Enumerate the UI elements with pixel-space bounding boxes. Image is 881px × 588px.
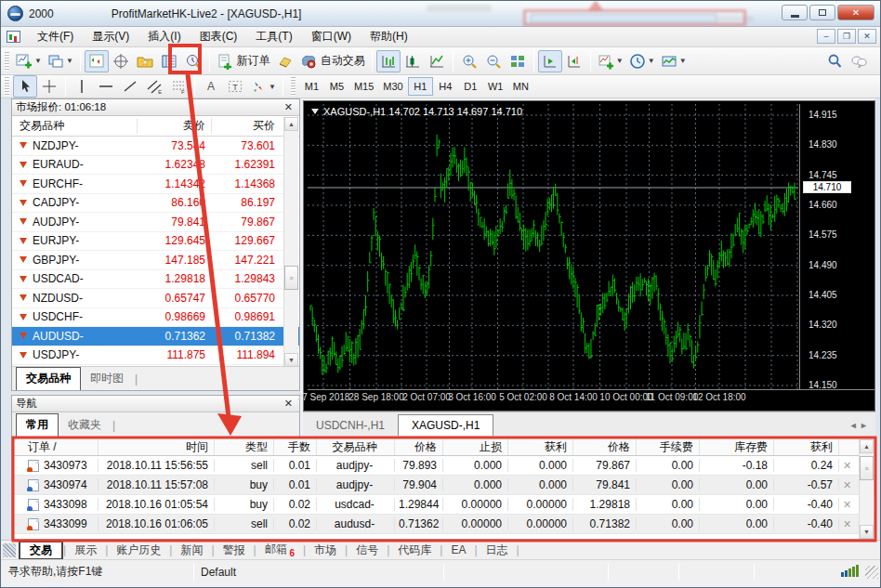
periods-button[interactable]: ▼: [626, 50, 658, 72]
terminal-tab-警报[interactable]: 警报: [215, 542, 254, 559]
menu-item-文件(F)[interactable]: 文件(F): [28, 26, 83, 47]
new-order-button[interactable]: 新订单: [214, 50, 273, 72]
resize-grip[interactable]: [865, 566, 878, 579]
column-ask[interactable]: 买价: [211, 118, 281, 134]
text-tool-button[interactable]: A: [199, 75, 223, 98]
terminal-tab-日志[interactable]: 日志: [478, 542, 517, 559]
label-tool-button[interactable]: T: [223, 75, 247, 98]
child-restore-button[interactable]: ❐: [837, 29, 856, 44]
terminal-tab-邮箱[interactable]: 邮箱 6: [256, 541, 303, 559]
orders-header[interactable]: 订单 /时间类型手数交易品种价格止损获利价格手续费库存费获利: [12, 438, 874, 456]
close-icon[interactable]: ✕: [282, 398, 296, 410]
zoom-out-button[interactable]: [481, 50, 506, 72]
menu-item-图表(C)[interactable]: 图表(C): [191, 26, 247, 47]
timeframe-M30[interactable]: M30: [378, 77, 407, 96]
market-watch-tab-即时图[interactable]: 即时图: [81, 368, 133, 390]
menu-item-显示(V)[interactable]: 显示(V): [83, 26, 138, 47]
fibonacci-tool-button[interactable]: F: [166, 75, 191, 98]
terminal-tab-展示[interactable]: 展示: [66, 542, 105, 559]
metaeditor-button[interactable]: [273, 50, 297, 72]
timeframe-D1[interactable]: D1: [458, 77, 483, 96]
toolbar-grip[interactable]: [291, 77, 296, 96]
strategy-tester-button[interactable]: [181, 50, 205, 72]
close-button[interactable]: ✕: [837, 5, 874, 20]
orders-column-tp[interactable]: 获利: [508, 439, 573, 455]
terminal-scrollbar[interactable]: ▲ ≡ ▼: [859, 439, 874, 539]
market-watch-row[interactable]: AUDJPY-79.84179.867: [12, 213, 299, 232]
timeframe-M1[interactable]: M1: [299, 77, 324, 96]
chat-button[interactable]: [847, 50, 871, 72]
close-order-icon[interactable]: ✕: [843, 479, 851, 491]
status-profile[interactable]: Default: [194, 566, 443, 579]
orders-column-symbol[interactable]: 交易品种: [317, 439, 395, 455]
new-chart-button[interactable]: ▼: [13, 50, 45, 72]
terminal-tab-代码库[interactable]: 代码库: [389, 542, 440, 559]
chart-window[interactable]: XAGUSD-,H1 14.702 14.713 14.697 14.710 1…: [303, 100, 875, 412]
market-watch-row[interactable]: USDJPY-111.875111.894: [12, 346, 299, 366]
price-axis[interactable]: 14.91514.83014.74514.66014.57514.49014.4…: [803, 101, 875, 391]
navigator-button[interactable]: ★: [133, 50, 157, 72]
timeframe-H4[interactable]: H4: [433, 77, 458, 96]
market-watch-row[interactable]: NZDUSD-0.657470.65770: [12, 289, 299, 308]
toolbar-grip[interactable]: [5, 52, 9, 71]
order-row[interactable]: 34330982018.10.16 01:05:54buy0.02usdcad-…: [12, 495, 874, 515]
order-row[interactable]: 34330992018.10.16 01:06:05sell0.02audusd…: [12, 515, 874, 534]
market-watch-tab-交易品种[interactable]: 交易品种: [16, 367, 81, 390]
market-watch-row[interactable]: EURAUD-1.623481.62391: [12, 156, 299, 176]
price-chart[interactable]: [308, 104, 798, 389]
tab-scroll-arrows[interactable]: ◄ ►: [842, 421, 875, 436]
scroll-up-icon[interactable]: ▲: [284, 117, 298, 131]
market-watch-scrollbar[interactable]: ▲ ≡ ▼: [283, 117, 298, 367]
close-order-icon[interactable]: ✕: [843, 518, 851, 530]
timeframe-W1[interactable]: W1: [483, 77, 508, 96]
orders-column-id[interactable]: 订单 /: [24, 439, 99, 455]
templates-button[interactable]: ▼: [658, 50, 690, 72]
child-close-button[interactable]: ✕: [858, 29, 876, 44]
profiles-button[interactable]: ▼: [45, 50, 76, 72]
market-watch-row[interactable]: AUDUSD-0.713620.71382: [12, 327, 299, 346]
terminal-button[interactable]: [157, 50, 181, 72]
navigator-titlebar[interactable]: 导航 ✕: [12, 396, 299, 412]
orders-column-price2[interactable]: 价格: [573, 439, 637, 455]
market-watch-row[interactable]: USDCAD-1.298181.29843: [12, 270, 299, 290]
chart-shift-button[interactable]: [562, 50, 586, 72]
chart-tab-USDCNH-,H1[interactable]: USDCNH-,H1: [303, 415, 398, 436]
terminal-grip-icon[interactable]: [3, 543, 16, 557]
scroll-up-icon[interactable]: ▲: [860, 439, 874, 453]
timeframe-H1[interactable]: H1: [408, 77, 433, 96]
line-chart-type-button[interactable]: [425, 50, 449, 72]
search-button[interactable]: [822, 50, 847, 72]
orders-column-sl[interactable]: 止损: [443, 439, 508, 455]
menu-item-插入(I)[interactable]: 插入(I): [138, 26, 190, 47]
data-window-button[interactable]: [109, 50, 133, 72]
candlestick-type-button[interactable]: [401, 50, 425, 72]
timeframe-M15[interactable]: M15: [349, 77, 378, 96]
scroll-thumb[interactable]: ≡: [284, 266, 298, 290]
arrows-tool-button[interactable]: ▼: [247, 75, 279, 98]
terminal-tab-新闻[interactable]: 新闻: [172, 542, 211, 559]
orders-column-time[interactable]: 时间: [99, 439, 215, 455]
terminal-tab-市场[interactable]: 市场: [306, 542, 345, 559]
terminal-tab-交易[interactable]: 交易: [19, 541, 63, 560]
scroll-down-icon[interactable]: ▼: [284, 353, 298, 367]
order-row[interactable]: 34309742018.10.11 15:57:08buy0.01audjpy-…: [12, 476, 874, 495]
child-minimize-button[interactable]: –: [817, 29, 835, 44]
chevron-down-icon[interactable]: [311, 109, 319, 114]
tile-windows-button[interactable]: [506, 50, 530, 72]
market-watch-titlebar[interactable]: 市场报价: 01:06:18 ✕: [12, 99, 299, 116]
timeframe-MN[interactable]: MN: [508, 77, 533, 96]
market-watch-row[interactable]: USDCHF-0.986690.98691: [12, 308, 299, 328]
autotrading-button[interactable]: 自动交易: [297, 50, 368, 72]
market-watch-row[interactable]: EURCHF-1.143421.14368: [12, 175, 299, 194]
channel-tool-button[interactable]: E: [142, 75, 166, 98]
market-watch-row[interactable]: CADJPY-86.16086.197: [12, 194, 299, 214]
close-order-icon[interactable]: ✕: [843, 499, 851, 511]
scroll-thumb[interactable]: ≡: [860, 456, 874, 480]
zoom-in-button[interactable]: [457, 50, 481, 72]
restore-button[interactable]: [809, 5, 835, 20]
chart-tab-XAGUSD-,H1[interactable]: XAGUSD-,H1: [398, 414, 493, 436]
menu-item-窗口(W)[interactable]: 窗口(W): [302, 26, 361, 47]
navigator-tab-收藏夹[interactable]: 收藏夹: [59, 414, 111, 437]
orders-column-commission[interactable]: 手续费: [637, 439, 700, 455]
menu-item-帮助(H)[interactable]: 帮助(H): [361, 26, 417, 47]
